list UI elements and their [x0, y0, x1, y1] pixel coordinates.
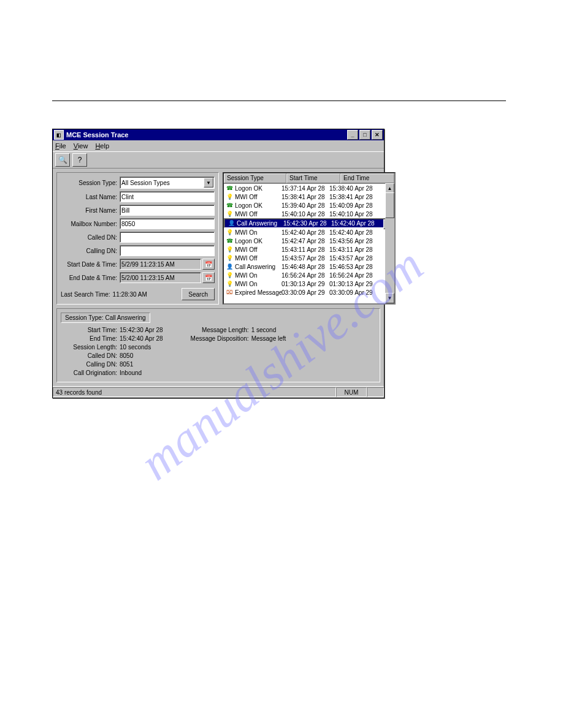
row-start: 15:39:40 Apr 28: [282, 202, 329, 209]
bulb-on-icon: 💡: [225, 229, 234, 236]
list-row[interactable]: ☎Logon OK15:39:40 Apr 2815:40:09 Apr 28: [224, 201, 394, 210]
row-end: 16:56:24 Apr 28: [329, 272, 377, 279]
d-called-dn-value: 8050: [120, 352, 133, 359]
list-row[interactable]: 👤Call Answering15:46:48 Apr 2815:46:53 A…: [224, 262, 394, 271]
row-type: Expired Messages: [235, 289, 282, 296]
end-date-input[interactable]: [120, 272, 201, 283]
menu-help[interactable]: Help: [95, 142, 109, 150]
list-row[interactable]: ⌧Expired Messages03:30:09 Apr 2903:30:09…: [224, 288, 394, 297]
expired-icon: ⌧: [225, 289, 234, 296]
row-type: MWI On: [235, 229, 282, 236]
first-name-input[interactable]: [120, 205, 215, 216]
app-icon: ◧: [54, 130, 64, 140]
calling-dn-input[interactable]: [120, 245, 215, 256]
search-tool-icon[interactable]: 🔍: [55, 153, 70, 167]
d-msg-length-value: 1 second: [251, 327, 277, 333]
bulb-off-icon: 💡: [225, 254, 234, 262]
scroll-down-icon[interactable]: ▼: [385, 293, 394, 303]
bulb-on-icon: 💡: [225, 280, 234, 287]
d-called-dn-label: Called DN:: [61, 352, 120, 359]
session-type-label: Session Type:: [61, 180, 120, 186]
row-type: MWI Off: [235, 211, 282, 218]
phone-icon: ☎: [225, 184, 234, 192]
bulb-off-icon: 💡: [225, 210, 234, 218]
header-end-time[interactable]: End Time: [340, 173, 394, 183]
list-row[interactable]: ☎Logon OK15:37:14 Apr 2815:38:40 Apr 28: [224, 184, 394, 192]
bulb-off-icon: 💡: [225, 193, 234, 200]
row-start: 15:43:57 Apr 28: [282, 255, 329, 262]
close-button[interactable]: ✕: [372, 130, 383, 140]
row-end: 15:38:40 Apr 28: [329, 185, 377, 192]
row-end: 15:43:11 Apr 28: [329, 246, 377, 253]
row-type: Call Answering: [235, 264, 282, 270]
row-type: MWI Off: [235, 194, 282, 200]
phone-icon: ☎: [225, 237, 234, 245]
row-start: 15:42:47 Apr 28: [282, 238, 329, 245]
list-row[interactable]: 💡MWI Off15:43:57 Apr 2815:43:57 Apr 28: [224, 254, 394, 262]
d-calling-dn-label: Calling DN:: [61, 361, 120, 368]
first-name-label: First Name:: [61, 207, 120, 214]
d-calling-dn-value: 8051: [120, 361, 133, 368]
header-start-time[interactable]: Start Time: [286, 173, 340, 183]
list-row[interactable]: 💡MWI On15:42:40 Apr 2815:42:40 Apr 28: [224, 228, 394, 237]
statusbar: 43 records found NUM: [53, 386, 384, 398]
row-end: 15:40:10 Apr 28: [329, 211, 377, 218]
last-name-input[interactable]: [120, 191, 215, 202]
row-type: MWI On: [235, 281, 282, 287]
list-row[interactable]: 💡MWI On01:30:13 Apr 2901:30:13 Apr 29: [224, 279, 394, 288]
minimize-button[interactable]: _: [347, 130, 358, 140]
session-list: Session Type Start Time End Time ☎Logon …: [223, 172, 396, 305]
row-end: 15:40:09 Apr 28: [329, 202, 377, 209]
row-start: 15:46:48 Apr 28: [282, 264, 329, 270]
row-type: MWI Off: [235, 255, 282, 262]
list-row[interactable]: ☎Logon OK15:42:47 Apr 2815:43:56 Apr 28: [224, 237, 394, 245]
list-row[interactable]: 💡MWI Off15:43:11 Apr 2815:43:11 Apr 28: [224, 245, 394, 254]
menu-view[interactable]: View: [74, 142, 88, 150]
app-window: ◧ MCE Session Trace _ □ ✕ File View Help…: [52, 129, 385, 398]
d-origination-label: Call Origination:: [61, 370, 120, 376]
row-type: Logon OK: [235, 185, 282, 192]
search-button[interactable]: Search: [182, 288, 215, 300]
status-records: 43 records found: [53, 387, 336, 397]
scroll-thumb[interactable]: [385, 192, 394, 218]
row-start: 15:42:40 Apr 28: [282, 229, 329, 236]
start-date-calendar-icon[interactable]: 📅: [202, 259, 215, 270]
list-scrollbar[interactable]: ▲ ▼: [385, 183, 394, 303]
list-row[interactable]: 💡MWI Off15:38:41 Apr 2815:38:41 Apr 28: [224, 192, 394, 201]
d-session-length-label: Session Length:: [61, 344, 120, 351]
row-end: 03:30:09 Apr 29: [329, 289, 377, 296]
row-start: 15:40:10 Apr 28: [282, 211, 329, 218]
end-date-label: End Date & Time:: [61, 275, 120, 281]
menu-file[interactable]: File: [55, 142, 66, 150]
session-type-select[interactable]: All Session Types: [120, 176, 215, 189]
row-end: 15:42:40 Apr 28: [331, 220, 379, 227]
call-icon: 👤: [225, 263, 234, 270]
maximize-button[interactable]: □: [359, 130, 370, 140]
d-start-time-label: Start Time:: [61, 327, 120, 333]
list-row[interactable]: 👤Call Answering15:42:30 Apr 2815:42:40 A…: [224, 218, 394, 228]
bulb-off-icon: 💡: [225, 246, 234, 253]
last-search-value: 11:28:30 AM: [113, 291, 147, 298]
list-row[interactable]: 💡MWI Off15:40:10 Apr 2815:40:10 Apr 28: [224, 210, 394, 218]
mailbox-input[interactable]: [120, 218, 215, 229]
d-msg-disp-label: Message Disposition:: [182, 335, 251, 342]
page-rule: [52, 100, 506, 101]
start-date-label: Start Date & Time:: [61, 261, 120, 268]
row-start: 15:43:11 Apr 28: [282, 246, 329, 253]
row-start: 03:30:09 Apr 29: [282, 289, 329, 296]
status-grip: [367, 387, 384, 397]
called-dn-input[interactable]: [120, 232, 215, 243]
header-session-type[interactable]: Session Type: [224, 173, 286, 183]
start-date-input[interactable]: [120, 259, 201, 270]
list-row[interactable]: 💡MWI On16:56:24 Apr 2816:56:24 Apr 28: [224, 271, 394, 279]
row-start: 15:37:14 Apr 28: [282, 185, 329, 192]
detail-panel: Session Type: Call Answering Start Time:…: [56, 308, 380, 382]
row-end: 01:30:13 Apr 29: [329, 281, 377, 287]
row-end: 15:43:56 Apr 28: [329, 238, 377, 245]
mailbox-label: Mailbox Number:: [61, 221, 120, 227]
d-end-time-label: End Time:: [61, 335, 120, 342]
row-type: Logon OK: [235, 202, 282, 209]
end-date-calendar-icon[interactable]: 📅: [202, 272, 215, 283]
help-tool-icon[interactable]: ?: [72, 153, 87, 167]
row-type: Call Answering: [237, 220, 283, 227]
